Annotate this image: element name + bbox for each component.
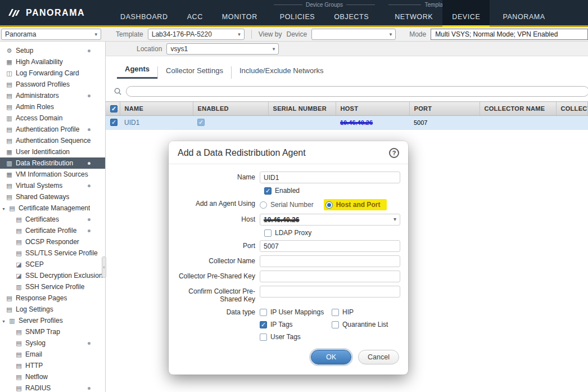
user-tags-option[interactable]: User Tags xyxy=(260,333,329,341)
sidebar-item-netflow[interactable]: Netflow xyxy=(0,371,105,382)
radio-icon[interactable] xyxy=(260,201,267,209)
sidebar-item-certificate-management[interactable]: Certificate Management xyxy=(0,202,105,214)
tab-collector-settings[interactable]: Collector Settings xyxy=(157,66,231,79)
sidebar-item-vm-information-sources[interactable]: VM Information Sources xyxy=(0,169,105,180)
ldap-proxy-option[interactable]: LDAP Proxy xyxy=(264,229,311,237)
sidebar-item-email[interactable]: Email xyxy=(0,349,105,360)
column-header-collector[interactable]: COLLECTOR xyxy=(556,102,588,116)
sidebar-item-ssl-decryption-exclusion[interactable]: SSL Decryption Exclusion xyxy=(0,270,105,281)
ok-button[interactable]: OK xyxy=(311,350,351,364)
serial-number-option-label: Serial Number xyxy=(270,201,314,209)
sidebar-item-ocsp-responder[interactable]: OCSP Responder xyxy=(0,236,105,247)
column-header-enabled[interactable]: ENABLED xyxy=(193,102,268,116)
enabled-checkbox[interactable] xyxy=(264,187,272,195)
collector-name-input[interactable] xyxy=(260,255,400,267)
collector-key-input[interactable] xyxy=(260,271,400,282)
sidebar-item-radius[interactable]: RADIUS xyxy=(0,382,105,392)
sidebar-item-http[interactable]: HTTP xyxy=(0,360,105,371)
row-checkbox[interactable] xyxy=(110,119,117,126)
sidebar-item-certificates[interactable]: Certificates xyxy=(0,214,105,225)
sidebar-item-administrators[interactable]: Administrators xyxy=(0,90,105,101)
sidebar-item-user-identification[interactable]: User Identification xyxy=(0,146,105,157)
chevron-down-icon[interactable] xyxy=(2,204,6,212)
quarantine-list-checkbox[interactable] xyxy=(332,321,339,328)
nav-item-network[interactable]: NETWORK xyxy=(385,0,442,25)
location-select[interactable]: vsys1 ▾ xyxy=(166,43,279,55)
sidebar-collapse-handle[interactable]: ‹ xyxy=(102,256,106,278)
status-dot xyxy=(88,342,91,345)
host-combo-input[interactable] xyxy=(260,214,400,226)
agent-name-link[interactable]: UID1 xyxy=(120,115,193,129)
chevron-down-icon[interactable] xyxy=(2,317,6,325)
sidebar-item-scep[interactable]: SCEP xyxy=(0,259,105,270)
host-and-port-radio[interactable]: Host and Port xyxy=(324,199,387,210)
help-icon[interactable]: ? xyxy=(389,148,399,158)
sidebar-item-shared-gateways[interactable]: Shared Gateways xyxy=(0,191,105,202)
lock-icon xyxy=(15,260,22,268)
sidebar-item-log-forwarding-card[interactable]: Log Forwarding Card xyxy=(0,67,105,79)
tab-include-exclude-networks[interactable]: Include/Exclude Networks xyxy=(231,66,332,79)
dialog-body: Name Enabled Add an Agent Using Serial N… xyxy=(169,164,408,375)
sidebar-item-setup[interactable]: Setup xyxy=(0,45,105,56)
sidebar-item-data-redistribution[interactable]: Data Redistribution xyxy=(0,157,105,169)
sidebar-item-high-availability[interactable]: High Availability xyxy=(0,56,105,67)
nav-item-panorama[interactable]: PANORAMA xyxy=(493,0,554,25)
port-input[interactable] xyxy=(260,240,400,252)
confirm-key-input[interactable] xyxy=(260,286,400,298)
sidebar-item-snmp-trap[interactable]: SNMP Trap xyxy=(0,326,105,337)
ldap-proxy-checkbox[interactable] xyxy=(264,229,272,237)
nav-item-policies[interactable]: POLICIES xyxy=(270,0,324,25)
doc-icon xyxy=(6,80,13,88)
ip-user-mappings-option[interactable]: IP User Mappings xyxy=(260,308,329,316)
sidebar-item-log-settings[interactable]: Log Settings xyxy=(0,304,105,315)
sidebar-item-server-profiles[interactable]: Server Profiles xyxy=(0,315,105,326)
hip-checkbox[interactable] xyxy=(332,309,339,316)
sidebar-item-password-profiles[interactable]: Password Profiles xyxy=(0,79,105,90)
nav-item-objects[interactable]: OBJECTS xyxy=(324,0,378,25)
ip-tags-checkbox[interactable] xyxy=(260,321,267,328)
column-header-host[interactable]: HOST xyxy=(336,102,409,116)
column-header-collector-name[interactable]: COLLECTOR NAME xyxy=(480,102,556,116)
nav-item-acc[interactable]: ACC xyxy=(178,0,212,25)
nav-item-monitor[interactable]: MONITOR xyxy=(212,0,267,25)
sidebar-item-ssl-tls-service-profile[interactable]: SSL/TLS Service Profile xyxy=(0,247,105,259)
nav-item-dashboard[interactable]: DASHBOARD xyxy=(111,0,178,25)
column-header-port[interactable]: PORT xyxy=(409,102,480,116)
panel-icon xyxy=(6,114,13,122)
context-select-value: Panorama xyxy=(5,30,36,38)
tab-agents[interactable]: Agents xyxy=(117,65,157,79)
hip-option[interactable]: HIP xyxy=(332,308,400,316)
status-dot xyxy=(88,184,91,187)
sidebar-item-virtual-systems[interactable]: Virtual Systems xyxy=(0,180,105,191)
nav-item-device[interactable]: DEVICE xyxy=(442,0,490,25)
sidebar-item-authentication-profile[interactable]: Authentication Profile xyxy=(0,124,105,135)
column-header-name[interactable]: NAME xyxy=(120,102,193,116)
sidebar-item-syslog[interactable]: Syslog xyxy=(0,337,105,349)
status-dot xyxy=(88,218,91,221)
ip-tags-option[interactable]: IP Tags xyxy=(260,321,329,328)
location-select-value: vsys1 xyxy=(170,45,188,53)
search-input[interactable] xyxy=(126,86,588,97)
column-header-serial-number[interactable]: SERIAL NUMBER xyxy=(268,102,336,116)
cancel-button[interactable]: Cancel xyxy=(358,350,399,364)
select-all-checkbox[interactable] xyxy=(110,105,117,112)
quarantine-list-option[interactable]: Quarantine List xyxy=(332,321,400,328)
radio-selected-icon[interactable] xyxy=(325,201,333,209)
serial-number-radio[interactable]: Serial Number xyxy=(260,201,314,209)
sidebar-item-authentication-sequence[interactable]: Authentication Sequence xyxy=(0,135,105,146)
user-tags-checkbox[interactable] xyxy=(260,334,267,341)
sidebar-item-certificate-profile[interactable]: Certificate Profile xyxy=(0,225,105,236)
sidebar-item-admin-roles[interactable]: Admin Roles xyxy=(0,101,105,112)
sidebar-item-access-domain[interactable]: Access Domain xyxy=(0,112,105,124)
template-select[interactable]: Lab34-176-PA-5220 ▾ xyxy=(148,29,245,40)
doc-icon xyxy=(6,125,13,133)
enabled-option[interactable]: Enabled xyxy=(264,187,300,195)
viewby-device-select[interactable]: ▾ xyxy=(311,29,396,40)
table-row[interactable]: UID1 10.46.40.26 5007 xyxy=(106,115,588,129)
context-select[interactable]: Panorama ▾ xyxy=(1,29,101,40)
host-label: Host xyxy=(177,214,260,226)
sidebar-item-response-pages[interactable]: Response Pages xyxy=(0,292,105,304)
sidebar-item-ssh-service-profile[interactable]: SSH Service Profile xyxy=(0,281,105,292)
ip-user-mappings-checkbox[interactable] xyxy=(260,309,267,316)
name-input[interactable] xyxy=(260,172,400,183)
